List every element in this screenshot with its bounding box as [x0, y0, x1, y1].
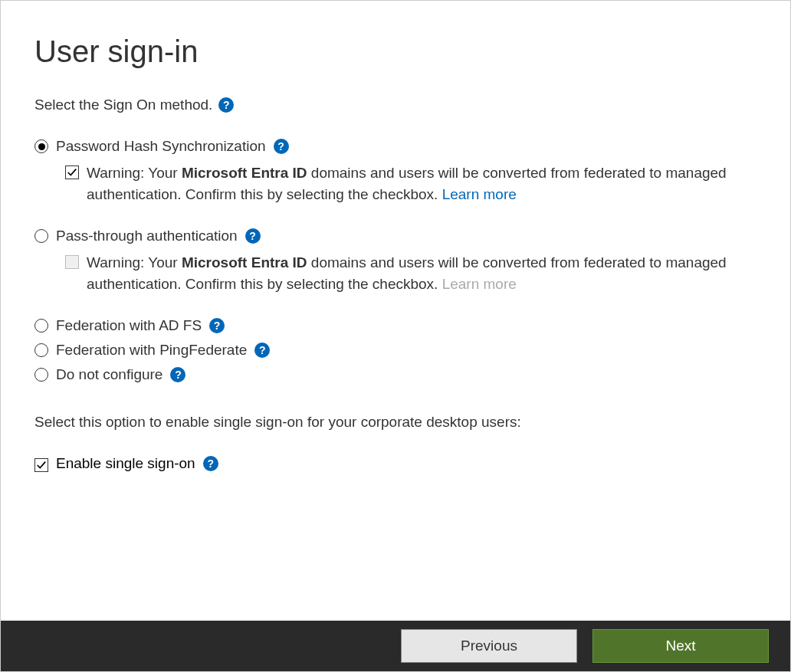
radio-none[interactable] — [34, 368, 48, 382]
radio-ping-label: Federation with PingFederate — [56, 342, 247, 359]
radio-phs-label: Password Hash Synchronization — [56, 138, 266, 155]
help-icon[interactable]: ? — [218, 97, 234, 113]
help-icon[interactable]: ? — [254, 343, 270, 358]
help-icon[interactable]: ? — [203, 456, 218, 471]
radio-ping[interactable] — [34, 343, 48, 357]
phs-warning-text: Warning: Your Microsoft Entra ID domains… — [87, 162, 757, 205]
sso-checkbox[interactable] — [34, 458, 48, 472]
radio-pta-label: Pass-through authentication — [56, 228, 238, 244]
pta-warning-text: Warning: Your Microsoft Entra ID domains… — [87, 252, 757, 294]
radio-adfs-label: Federation with AD FS — [56, 317, 202, 334]
help-icon[interactable]: ? — [170, 367, 185, 382]
footer-bar: Previous Next — [1, 621, 790, 671]
radio-none-label: Do not configure — [56, 366, 162, 383]
next-button[interactable]: Next — [592, 629, 769, 663]
previous-button[interactable]: Previous — [401, 629, 577, 663]
help-icon[interactable]: ? — [274, 139, 289, 154]
radio-pta[interactable] — [34, 229, 48, 243]
pta-warning-checkbox — [65, 255, 79, 269]
phs-learn-more-link[interactable]: Learn more — [442, 186, 517, 202]
phs-warning-checkbox[interactable] — [65, 166, 79, 179]
page-title: User sign-in — [34, 34, 757, 69]
sso-prompt: Select this option to enable single sign… — [34, 414, 757, 431]
signon-prompt: Select the Sign On method. — [34, 97, 212, 113]
pta-learn-more-link: Learn more — [442, 276, 517, 292]
help-icon[interactable]: ? — [245, 228, 261, 244]
sso-label: Enable single sign-on — [56, 455, 195, 472]
radio-phs[interactable] — [34, 139, 48, 153]
help-icon[interactable]: ? — [209, 318, 225, 333]
radio-adfs[interactable] — [34, 319, 48, 333]
